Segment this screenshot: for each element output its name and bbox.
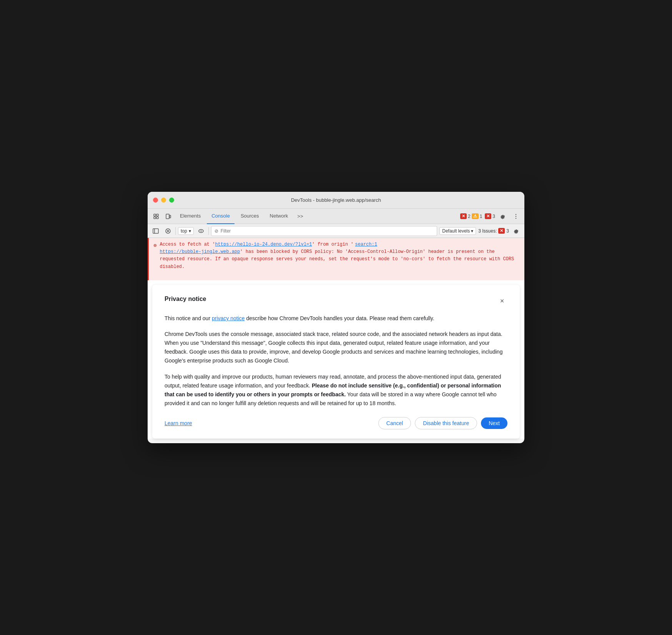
error-prefix: Access to fetch at ' [160,242,215,247]
context-selector[interactable]: top ▾ [178,227,194,235]
toolbar-divider [175,227,176,235]
learn-more-link[interactable]: Learn more [165,420,192,426]
svg-rect-4 [166,214,169,219]
window-title: DevTools - bubble-jingle.web.app/search [291,197,381,203]
device-toolbar-icon[interactable] [163,211,174,222]
svg-rect-0 [154,214,156,216]
svg-point-6 [516,214,516,214]
devtools-tabs: Elements Console Sources Network >> ✕ 2 … [148,209,524,224]
privacy-dialog-body: This notice and our privacy notice descr… [165,314,507,408]
more-options-btn[interactable] [511,211,521,222]
error-badge: ✕ 2 ⚠ 1 ✕ 3 [460,213,495,219]
privacy-notice-link[interactable]: privacy notice [212,315,245,321]
svg-point-15 [200,230,201,231]
error-circle-icon: ⊗ [153,241,156,250]
privacy-paragraph-3: To help with quality and improve our pro… [165,372,507,408]
tab-network[interactable]: Network [265,209,293,224]
settings-btn[interactable] [497,211,508,222]
privacy-dialog-header: Privacy notice × [165,296,507,306]
issues-count-badge: ✕ [498,228,505,234]
maximize-window-btn[interactable] [169,198,174,203]
issues-badge: 3 Issues: ✕ 3 [478,228,509,234]
toolbar-divider-2 [208,227,209,235]
error-url-link[interactable]: https://hello-io-24.deno.dev/?lvl=1 [215,242,312,247]
svg-point-8 [516,218,516,218]
clear-console-btn[interactable] [163,226,173,236]
issues-settings-btn[interactable] [511,226,521,236]
devtools-right-controls: ✕ 2 ⚠ 1 ✕ 3 [460,211,521,222]
tab-elements[interactable]: Elements [175,209,205,224]
filter-input[interactable] [221,228,434,234]
issues-icon: ✕ [485,213,491,219]
cursor-icon[interactable] [151,211,161,222]
eye-icon-btn[interactable] [196,226,206,236]
svg-rect-2 [154,217,156,219]
privacy-paragraph-2: Chrome DevTools uses the console message… [165,330,507,365]
window-controls [153,198,174,203]
filter-area: ⊘ [211,226,437,236]
privacy-dialog-title: Privacy notice [165,296,206,303]
minimize-window-btn[interactable] [161,198,166,203]
cancel-button[interactable]: Cancel [378,417,411,429]
next-button[interactable]: Next [481,417,507,429]
default-levels-selector[interactable]: Default levels ▾ [439,227,476,235]
titlebar: DevTools - bubble-jingle.web.app/search [148,192,524,209]
footer-buttons: Cancel Disable this feature Next [378,417,507,429]
chevron-down-icon: ▾ [189,228,191,234]
error-icon: ✕ [460,213,467,219]
privacy-dialog: Privacy notice × This notice and our pri… [152,285,520,439]
chevron-down-icon-2: ▾ [471,228,473,234]
close-window-btn[interactable] [153,198,158,203]
svg-rect-3 [156,217,158,219]
error-message-text: Access to fetch at 'https://hello-io-24.… [160,241,520,271]
svg-rect-9 [153,229,158,233]
error-mid: ' from origin ' [312,242,354,247]
error-row: ⊗ Access to fetch at 'https://hello-io-2… [153,241,520,271]
console-toolbar: top ▾ ⊘ Default levels ▾ 3 Issues: ✕ 3 [148,224,524,238]
devtools-body: ⊗ Access to fetch at 'https://hello-io-2… [148,238,524,439]
privacy-dialog-close-btn[interactable]: × [497,296,507,306]
warning-icon: ⚠ [472,213,479,219]
sidebar-toggle-btn[interactable] [151,226,161,236]
console-error-panel: ⊗ Access to fetch at 'https://hello-io-2… [148,238,524,280]
tab-sources[interactable]: Sources [236,209,264,224]
tab-console[interactable]: Console [207,209,235,224]
more-tabs-btn[interactable]: >> [294,211,306,221]
svg-point-7 [516,216,516,216]
svg-rect-1 [156,214,158,216]
disable-feature-button[interactable]: Disable this feature [415,417,477,429]
filter-icon: ⊘ [215,228,218,234]
svg-rect-5 [170,215,171,218]
origin-link[interactable]: https://bubble-jingle.web.app [160,249,240,254]
privacy-dialog-footer: Learn more Cancel Disable this feature N… [165,417,507,429]
privacy-paragraph-1: This notice and our privacy notice descr… [165,314,507,323]
source-link[interactable]: search:1 [355,242,378,247]
